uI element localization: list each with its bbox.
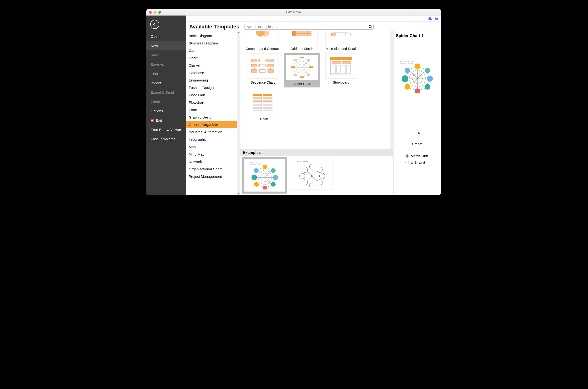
svg-point-0: [369, 25, 371, 28]
sidebar-item-save-as[interactable]: Save As: [147, 60, 186, 69]
category-item[interactable]: Card: [186, 47, 237, 54]
create-button-label: Create: [412, 142, 423, 146]
category-item[interactable]: Organizational Chart: [186, 165, 237, 173]
category-item[interactable]: Basic Diagram: [186, 32, 237, 39]
sidebar-item-label: New: [151, 44, 158, 48]
category-item[interactable]: Clip Art: [186, 62, 237, 69]
sidebar-item-label: Open: [151, 34, 160, 38]
sidebar-item-label: Print: [151, 72, 158, 76]
create-button[interactable]: Create: [407, 128, 428, 149]
app-window: Edraw Max OpenNewSaveSave AsPrintImportE…: [147, 9, 441, 195]
template-label: T-Chart: [257, 117, 268, 121]
template-label: Storyboard: [333, 81, 349, 85]
scroll-down-icon[interactable]: [238, 193, 240, 194]
template-card[interactable]: Spider Chart: [284, 53, 320, 88]
sidebar-item-free-templates[interactable]: Free Templates...: [147, 134, 186, 144]
template-thumb: [325, 31, 357, 45]
template-card[interactable]: Sequence Chart: [245, 53, 281, 88]
example-card[interactable]: [244, 159, 285, 192]
search-input[interactable]: [245, 24, 374, 30]
titlebar: Edraw Max: [147, 9, 441, 16]
sidebar-item-label: Save: [151, 53, 159, 57]
category-item[interactable]: Infographic: [186, 136, 237, 143]
template-label: Sequence Chart: [251, 81, 275, 85]
category-item[interactable]: Database: [186, 69, 237, 76]
unit-radio[interactable]: Metric Unit: [405, 154, 439, 158]
category-scrollbar[interactable]: [237, 31, 240, 195]
back-button[interactable]: [150, 20, 159, 29]
page-title: Available Templates: [189, 24, 239, 30]
scroll-up-icon[interactable]: [238, 32, 240, 33]
sidebar-item-label: Close: [151, 100, 160, 104]
category-item[interactable]: Engineering: [186, 76, 237, 84]
sidebar-item-print[interactable]: Print: [147, 69, 186, 78]
examples-header: Examples: [240, 149, 393, 156]
category-item[interactable]: Industrial Automation: [186, 128, 237, 136]
template-label: Grid and Matrix: [291, 47, 313, 51]
sidebar-item-label: Free Templates...: [151, 137, 179, 141]
category-item[interactable]: Form: [186, 106, 237, 113]
examples-section: Examples: [240, 149, 393, 195]
category-item[interactable]: Project Management: [186, 173, 237, 180]
category-item[interactable]: Flowchart: [186, 99, 237, 106]
template-scrollbar[interactable]: [390, 31, 393, 149]
template-label: Main Idea and Detail: [326, 47, 356, 51]
close-traffic-light[interactable]: [149, 11, 152, 14]
radio-label: U.S. Unit: [411, 160, 425, 164]
sidebar-item-exit[interactable]: Exit: [147, 116, 186, 125]
category-item[interactable]: Floor Plan: [186, 91, 237, 99]
sidebar-item-free-edraw-viewer[interactable]: Free Edraw Viewer: [147, 125, 186, 134]
selected-template-title: Spider Chart 1: [396, 33, 439, 38]
category-item[interactable]: Graphic Organizer: [186, 121, 237, 128]
sidebar-item-label: Save As: [151, 62, 164, 66]
window-title: Edraw Max: [286, 10, 301, 14]
top-strip: Sign In: [186, 16, 441, 22]
template-thumb: [247, 90, 278, 115]
sidebar-item-label: Options: [151, 109, 163, 113]
category-item[interactable]: Fashion Design: [186, 84, 237, 91]
sidebar-item-close[interactable]: Close: [147, 97, 186, 106]
template-pane: Compare and ContractGrid and MatrixMain …: [240, 31, 393, 195]
zoom-traffic-light[interactable]: [158, 11, 161, 14]
template-thumb: [247, 31, 278, 45]
sidebar-item-open[interactable]: Open: [147, 32, 186, 41]
template-card[interactable]: Grid and Matrix: [284, 31, 320, 51]
minimize-traffic-light[interactable]: [153, 11, 156, 14]
template-thumb: [286, 31, 318, 45]
category-item[interactable]: Chart: [186, 54, 237, 62]
template-thumb: [286, 55, 318, 80]
sidebar-item-label: Export & Send: [151, 90, 174, 94]
example-card[interactable]: [291, 157, 332, 190]
template-card[interactable]: T-Chart: [245, 90, 281, 121]
unit-radio[interactable]: U.S. Unit: [405, 160, 439, 164]
main-panel: Sign In Available Templates: [186, 16, 441, 195]
search-icon[interactable]: [368, 25, 372, 30]
category-pane: Basic DiagramBusiness DiagramCardChartCl…: [186, 31, 240, 195]
exit-icon: [151, 119, 154, 122]
category-item[interactable]: Mind Map: [186, 151, 237, 158]
template-card[interactable]: Main Idea and Detail: [323, 31, 359, 51]
template-thumb: [325, 53, 357, 79]
category-item[interactable]: Map: [186, 143, 237, 151]
sign-in-link[interactable]: Sign In: [428, 17, 438, 20]
sidebar-item-label: Exit: [156, 118, 162, 122]
right-pane: Spider Chart 1 Create Metric UnitU.S. Un…: [393, 31, 441, 195]
category-item[interactable]: Business Diagram: [186, 39, 237, 47]
template-thumb: [247, 53, 278, 79]
sidebar-item-label: Free Edraw Viewer: [151, 128, 181, 132]
sidebar-item-export-send[interactable]: Export & Send: [147, 88, 186, 97]
radio-label: Metric Unit: [411, 154, 428, 158]
sidebar: OpenNewSaveSave AsPrintImportExport & Se…: [147, 16, 186, 195]
radio-icon: [405, 154, 409, 158]
category-item[interactable]: Network: [186, 158, 237, 165]
template-label: Compare and Contract: [246, 47, 280, 51]
sidebar-item-new[interactable]: New: [147, 41, 186, 50]
template-card[interactable]: Storyboard: [323, 53, 359, 88]
template-card[interactable]: Compare and Contract: [245, 31, 281, 51]
sidebar-item-options[interactable]: Options: [147, 106, 186, 116]
sidebar-item-import[interactable]: Import: [147, 78, 186, 88]
sidebar-item-save[interactable]: Save: [147, 50, 186, 60]
category-item[interactable]: Graphic Design: [186, 113, 237, 121]
radio-icon: [405, 161, 409, 164]
sidebar-item-label: Import: [151, 81, 161, 85]
